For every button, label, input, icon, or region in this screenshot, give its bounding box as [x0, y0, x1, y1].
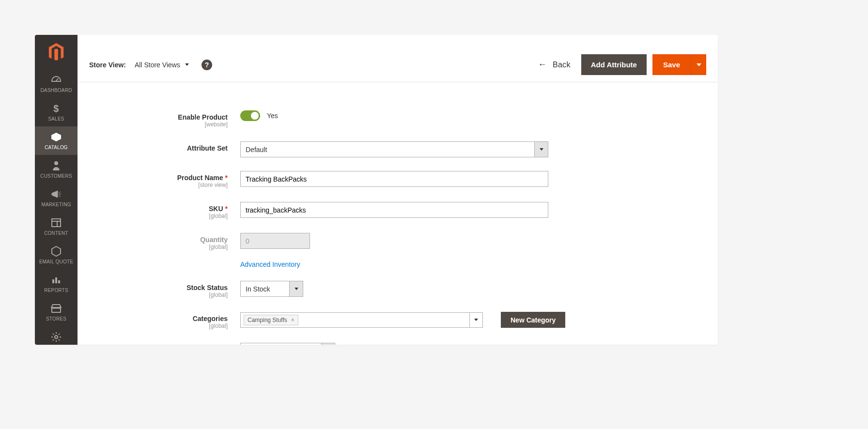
- topbar: Store View: All Store Views ? ← Back Add…: [78, 35, 718, 82]
- categories-field[interactable]: Camping Stuffs ×: [240, 312, 470, 328]
- row-categories: Categories [global] Camping Stuffs × New…: [92, 312, 703, 329]
- sku-input[interactable]: [246, 206, 543, 214]
- scope-sku: [global]: [92, 213, 228, 219]
- new-category-button[interactable]: New Category: [501, 312, 565, 328]
- sidebar-item-label: DASHBOARD: [40, 88, 72, 93]
- sidebar-item-sales[interactable]: $ SALES: [35, 98, 78, 126]
- sidebar-item-label: CONTENT: [44, 230, 68, 236]
- svg-rect-3: [52, 219, 61, 227]
- row-sku: SKU* [global]: [92, 202, 703, 219]
- row-enable-product: Enable Product [website] Yes: [92, 110, 703, 128]
- label-categories: Categories: [92, 315, 228, 322]
- svg-rect-6: [52, 279, 54, 283]
- sidebar-item-stores[interactable]: STORES: [35, 298, 78, 326]
- caret-down-icon: [185, 63, 189, 66]
- attribute-set-value: Default: [246, 146, 267, 153]
- scope-quantity: [global]: [92, 244, 228, 250]
- dollar-icon: $: [53, 103, 60, 114]
- back-link[interactable]: ← Back: [538, 60, 571, 70]
- svg-point-2: [54, 161, 58, 165]
- row-product-name: Product Name* [store view]: [92, 171, 703, 188]
- quantity-input: [246, 237, 305, 245]
- sidebar-item-label: STORES: [46, 316, 66, 322]
- save-dropdown-button[interactable]: [691, 54, 706, 75]
- caret-down-icon: [474, 319, 478, 321]
- svg-point-9: [55, 336, 58, 338]
- label-stock-status: Stock Status: [92, 284, 228, 291]
- stock-status-select[interactable]: In Stock: [240, 281, 303, 297]
- label-enable-product: Enable Product: [92, 113, 228, 121]
- sidebar-item-system[interactable]: [35, 326, 78, 345]
- sidebar: DASHBOARD $ SALES CATALOG CUSTOMERS: [35, 35, 78, 345]
- dropdown-button[interactable]: [321, 343, 335, 345]
- magento-logo[interactable]: [35, 35, 78, 69]
- arrow-left-icon: ←: [538, 60, 547, 70]
- sidebar-item-dashboard[interactable]: DASHBOARD: [35, 69, 78, 98]
- sidebar-item-label: EMAIL QUOTE: [39, 259, 73, 264]
- label-quantity: Quantity: [92, 236, 228, 244]
- label-sku: SKU*: [92, 205, 228, 213]
- row-visibility: Visibility Catalog, Search: [92, 343, 703, 345]
- store-view-value: All Store Views: [135, 61, 180, 69]
- gauge-icon: [51, 74, 62, 86]
- scope-stock-status: [global]: [92, 291, 228, 298]
- back-label: Back: [553, 61, 571, 69]
- caret-down-icon: [697, 63, 701, 66]
- category-chip-label: Camping Stuffs: [248, 317, 287, 323]
- enable-product-value: Yes: [267, 112, 278, 120]
- sidebar-item-marketing[interactable]: MARKETING: [35, 184, 78, 212]
- svg-line-0: [56, 78, 58, 81]
- row-quantity: Quantity [global] Advanced Inventory: [92, 233, 703, 268]
- store-icon: [51, 303, 62, 314]
- label-product-name: Product Name*: [92, 174, 228, 182]
- category-chip: Camping Stuffs ×: [244, 315, 298, 325]
- scope-product-name: [store view]: [92, 182, 228, 188]
- save-button[interactable]: Save: [652, 54, 691, 75]
- hexagon-icon: [51, 245, 61, 257]
- svg-rect-8: [58, 280, 60, 283]
- sidebar-item-reports[interactable]: REPORTS: [35, 269, 78, 298]
- help-icon[interactable]: ?: [202, 60, 212, 70]
- main-content: Store View: All Store Views ? ← Back Add…: [78, 35, 718, 345]
- sidebar-item-label: CATALOG: [45, 145, 68, 150]
- label-attribute-set: Attribute Set: [92, 144, 228, 152]
- svg-rect-7: [55, 277, 57, 283]
- person-icon: [52, 160, 60, 171]
- attribute-set-select[interactable]: Default: [240, 141, 548, 157]
- sku-input-wrap: [240, 202, 548, 218]
- caret-down-icon: [294, 288, 298, 290]
- row-stock-status: Stock Status [global] In Stock: [92, 281, 703, 298]
- layout-icon: [51, 217, 61, 229]
- sidebar-item-email-quote[interactable]: EMAIL QUOTE: [35, 241, 78, 269]
- magento-logo-icon: [47, 43, 65, 62]
- sidebar-item-content[interactable]: CONTENT: [35, 212, 78, 241]
- store-view-label: Store View:: [89, 61, 126, 69]
- add-attribute-button[interactable]: Add Attribute: [581, 54, 647, 75]
- sidebar-item-label: MARKETING: [41, 202, 71, 207]
- scope-categories: [global]: [92, 322, 228, 329]
- categories-dropdown-button[interactable]: [469, 312, 483, 328]
- quantity-input-wrap: [240, 233, 310, 249]
- product-name-input[interactable]: [246, 175, 543, 183]
- enable-product-toggle[interactable]: [240, 110, 260, 121]
- bar-chart-icon: [51, 274, 61, 286]
- dropdown-button[interactable]: [289, 281, 303, 296]
- row-attribute-set: Attribute Set Default: [92, 141, 703, 157]
- visibility-select[interactable]: Catalog, Search: [240, 343, 335, 345]
- sidebar-item-label: REPORTS: [44, 288, 68, 293]
- sidebar-item-customers[interactable]: CUSTOMERS: [35, 155, 78, 184]
- box-icon: [51, 131, 62, 143]
- dropdown-button[interactable]: [534, 142, 548, 157]
- stock-status-value: In Stock: [246, 285, 270, 293]
- advanced-inventory-link[interactable]: Advanced Inventory: [240, 260, 300, 268]
- sidebar-item-label: SALES: [48, 116, 64, 122]
- scope-enable-product: [website]: [92, 121, 228, 128]
- megaphone-icon: [51, 188, 62, 200]
- gear-icon: [51, 331, 62, 343]
- sidebar-item-catalog[interactable]: CATALOG: [35, 126, 78, 155]
- store-view-select[interactable]: All Store Views: [135, 61, 189, 69]
- sidebar-item-label: CUSTOMERS: [40, 173, 72, 179]
- remove-chip-icon[interactable]: ×: [291, 317, 294, 323]
- product-name-input-wrap: [240, 171, 548, 187]
- app-frame: DASHBOARD $ SALES CATALOG CUSTOMERS: [35, 35, 718, 345]
